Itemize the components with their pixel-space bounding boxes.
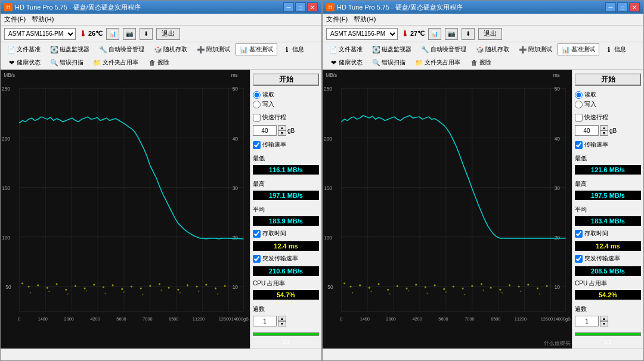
right-tab-disk-monitor[interactable]: 💽 磁盘监视器 bbox=[368, 43, 416, 55]
right-access-checkbox[interactable]: 存取时间 bbox=[575, 229, 641, 238]
right-tab-file-benchmark[interactable]: 📄 文件基准 bbox=[325, 43, 367, 55]
left-burst-checkbox[interactable]: 突发传输速率 bbox=[253, 254, 319, 263]
left-transfer-checkbox-input[interactable] bbox=[253, 141, 261, 149]
right-radio-read[interactable]: 读取 bbox=[575, 91, 641, 99]
left-quick-checkbox-input[interactable] bbox=[253, 114, 261, 122]
svg-point-71 bbox=[198, 291, 199, 292]
left-tab-random[interactable]: 🎲 随机存取 bbox=[150, 43, 191, 55]
svg-point-133 bbox=[537, 288, 538, 290]
right-toolbar-btn3[interactable]: ⬇ bbox=[462, 28, 475, 40]
right-radio-read-input[interactable] bbox=[575, 91, 583, 99]
right-spin-up[interactable]: ▲ bbox=[600, 125, 608, 130]
right-menu-file[interactable]: 文件(F) bbox=[326, 15, 348, 24]
left-passes-input[interactable] bbox=[253, 316, 277, 326]
svg-point-64 bbox=[67, 293, 69, 294]
left-tab-disk-monitor[interactable]: 💽 磁盘监视器 bbox=[46, 43, 94, 55]
left-transfer-checkbox[interactable]: 传输速率 bbox=[253, 141, 319, 149]
right-radio-write-input[interactable] bbox=[575, 101, 583, 108]
left-close-button[interactable]: ✕ bbox=[307, 2, 318, 12]
left-minimize-button[interactable]: ─ bbox=[283, 2, 294, 12]
left-gb-spinner: ▲ ▼ bbox=[278, 125, 286, 136]
right-toolbar-btn1[interactable]: 📊 bbox=[428, 28, 441, 40]
left-radio-read[interactable]: 读取 bbox=[253, 91, 319, 99]
left-radio-read-input[interactable] bbox=[253, 91, 261, 99]
right-minimize-button[interactable]: ─ bbox=[605, 2, 616, 12]
right-close-button[interactable]: ✕ bbox=[629, 2, 640, 12]
right-exit-button[interactable]: 退出 bbox=[478, 28, 502, 40]
right-tab-folder[interactable]: 📁 文件夹占用率 bbox=[411, 57, 465, 69]
right-progress-container bbox=[575, 332, 641, 336]
left-gb-input[interactable] bbox=[253, 125, 277, 136]
right-tab-extra[interactable]: ➕ 附加测试 bbox=[515, 43, 556, 55]
left-passes-spin-up[interactable]: ▲ bbox=[278, 316, 286, 321]
right-passes-input[interactable] bbox=[575, 316, 599, 326]
left-start-button[interactable]: 开始 bbox=[253, 73, 319, 86]
left-toolbar-btn2[interactable]: 📷 bbox=[123, 28, 136, 40]
left-menu-help[interactable]: 帮助(H) bbox=[32, 15, 54, 24]
left-tab-benchmark[interactable]: 📊 基准测试 bbox=[236, 43, 277, 55]
right-access-checkbox-input[interactable] bbox=[575, 230, 583, 238]
right-spin-down[interactable]: ▼ bbox=[600, 130, 608, 136]
left-burst-checkbox-input[interactable] bbox=[253, 255, 261, 263]
left-tab-info[interactable]: ℹ 信息 bbox=[278, 43, 308, 55]
right-tab-info[interactable]: ℹ 信息 bbox=[600, 43, 630, 55]
right-tab-health[interactable]: ❤ 健康状态 bbox=[325, 57, 367, 69]
left-tab-file-benchmark[interactable]: 📄 文件基准 bbox=[3, 43, 45, 55]
left-radio-write-input[interactable] bbox=[253, 101, 261, 108]
left-quick-checkbox[interactable]: 快速行程 bbox=[253, 113, 319, 122]
svg-text:1400: 1400 bbox=[38, 316, 48, 322]
right-quick-checkbox-input[interactable] bbox=[575, 114, 583, 122]
left-toolbar-btn3[interactable]: ⬇ bbox=[140, 28, 153, 40]
left-exit-button[interactable]: 退出 bbox=[156, 28, 180, 40]
left-tab-folder[interactable]: 📁 文件夹占用率 bbox=[89, 57, 143, 69]
right-burst-checkbox[interactable]: 突发传输速率 bbox=[575, 254, 641, 263]
right-title-text: HD Tune Pro 5.75 - 硬盘/固态硬盘实用程序 bbox=[337, 3, 463, 12]
right-device-select[interactable]: ASMT ASM1156-PM (14000 gB) bbox=[326, 28, 398, 40]
left-tab-noise[interactable]: 🔧 自动噪音管理 bbox=[95, 43, 148, 55]
right-tab-noise[interactable]: 🔧 自动噪音管理 bbox=[417, 43, 470, 55]
left-spin-down[interactable]: ▼ bbox=[278, 130, 286, 136]
right-quick-checkbox[interactable]: 快速行程 bbox=[575, 113, 641, 122]
right-gb-label: gB bbox=[609, 127, 617, 134]
right-tab-erase[interactable]: 🗑 擦除 bbox=[466, 57, 496, 69]
left-maximize-button[interactable]: □ bbox=[295, 2, 306, 12]
right-passes-spin-down[interactable]: ▼ bbox=[600, 321, 608, 326]
svg-rect-73 bbox=[323, 70, 572, 348]
svg-point-144 bbox=[520, 291, 521, 292]
svg-text:50: 50 bbox=[233, 86, 239, 92]
left-tab-error[interactable]: 🔍 错误扫描 bbox=[46, 57, 88, 69]
right-tab-random[interactable]: 🎲 随机存取 bbox=[472, 43, 513, 55]
right-tab-health-icon: ❤ bbox=[329, 58, 338, 67]
right-max-label: 最高 bbox=[575, 180, 641, 188]
right-toolbar-btn2[interactable]: 📷 bbox=[445, 28, 458, 40]
right-menu-help[interactable]: 帮助(H) bbox=[354, 15, 376, 24]
left-main-content: MB/s 250 200 150 100 50 ms 50 40 30 20 1… bbox=[1, 70, 321, 348]
left-access-checkbox-input[interactable] bbox=[253, 230, 261, 238]
left-toolbar-btn1[interactable]: 📊 bbox=[106, 28, 119, 40]
left-access-checkbox[interactable]: 存取时间 bbox=[253, 229, 319, 238]
right-tab-error[interactable]: 🔍 错误扫描 bbox=[368, 57, 410, 69]
right-transfer-checkbox-input[interactable] bbox=[575, 141, 583, 149]
left-tab-erase[interactable]: 🗑 擦除 bbox=[144, 57, 174, 69]
right-radio-write[interactable]: 写入 bbox=[575, 100, 641, 108]
right-burst-checkbox-input[interactable] bbox=[575, 255, 583, 263]
right-tab-benchmark[interactable]: 📊 基准测试 bbox=[558, 43, 599, 55]
right-passes-spin-up[interactable]: ▲ bbox=[600, 316, 608, 321]
right-tab-health-label: 健康状态 bbox=[339, 58, 363, 67]
right-maximize-button[interactable]: □ bbox=[617, 2, 628, 12]
right-passes-label: 遍数 bbox=[575, 305, 641, 313]
left-tab-health[interactable]: ❤ 健康状态 bbox=[3, 57, 45, 69]
right-transfer-checkbox[interactable]: 传输速率 bbox=[575, 141, 641, 149]
left-passes-spin-down[interactable]: ▼ bbox=[278, 321, 286, 326]
svg-text:0: 0 bbox=[18, 316, 20, 322]
right-gb-input[interactable] bbox=[575, 125, 599, 136]
right-start-button[interactable]: 开始 bbox=[575, 73, 641, 86]
left-radio-write[interactable]: 写入 bbox=[253, 100, 319, 108]
left-device-select[interactable]: ASMT ASM1156-PM (14000 gB) bbox=[4, 28, 76, 40]
left-spin-up[interactable]: ▲ bbox=[278, 125, 286, 130]
left-menu-file[interactable]: 文件(F) bbox=[4, 15, 26, 24]
svg-text:250: 250 bbox=[2, 86, 10, 92]
left-tab-extra[interactable]: ➕ 附加测试 bbox=[193, 43, 234, 55]
svg-point-39 bbox=[21, 282, 23, 284]
right-menu-bar: 文件(F) 帮助(H) bbox=[323, 14, 643, 26]
